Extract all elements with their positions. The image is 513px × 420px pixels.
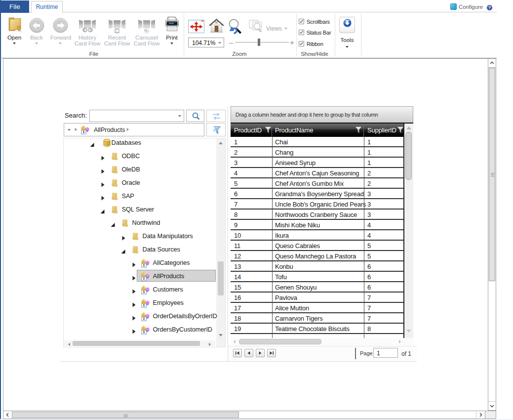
svg-text:?: ? xyxy=(488,5,491,10)
